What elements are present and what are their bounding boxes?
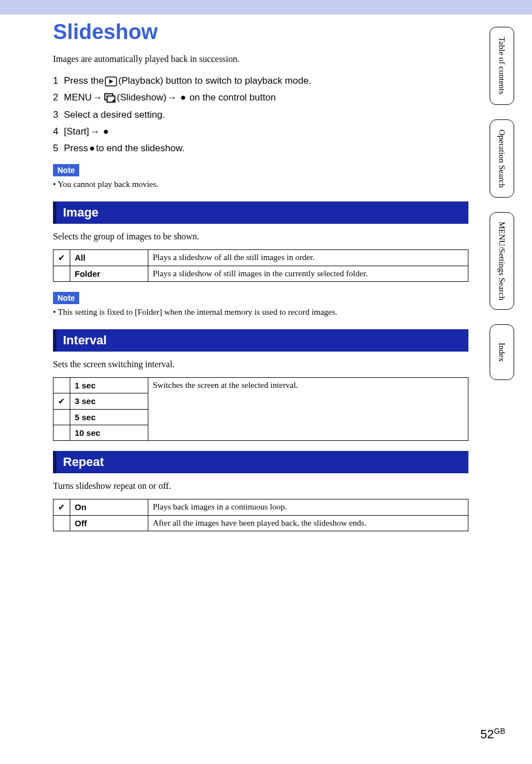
arrow-icon: → <box>167 92 177 103</box>
tab-index[interactable]: Index <box>490 324 514 380</box>
option-name: Folder <box>70 266 148 281</box>
check-cell: ✔ <box>54 393 70 409</box>
step-number: 3 <box>53 109 58 121</box>
table-row: ✔ All Plays a slideshow of all the still… <box>54 249 468 266</box>
tab-menu-settings[interactable]: MENU/Settings Search <box>490 212 514 310</box>
step-number: 5 <box>53 143 58 154</box>
tab-label: Operation Search <box>497 129 507 188</box>
step-2: 2 MENU → (Slideshow) → ● on the control … <box>53 92 468 104</box>
step-text: Select a desired setting. <box>64 109 165 121</box>
repeat-table: ✔ On Plays back images in a continuous l… <box>53 499 468 531</box>
step-4: 4 [Start] → ● <box>53 126 468 137</box>
dot-icon: ● <box>178 92 188 103</box>
dot-icon: ● <box>89 143 95 154</box>
page-number: 52GB <box>480 727 505 742</box>
option-name: 1 sec <box>70 377 148 393</box>
check-cell: ✔ <box>54 249 70 266</box>
table-row: 1 sec Switches the screen at the selecte… <box>54 377 468 393</box>
dot-icon: ● <box>101 126 109 137</box>
interval-table: 1 sec Switches the screen at the selecte… <box>53 377 468 441</box>
note-text: • This setting is fixed to [Folder] when… <box>53 307 468 317</box>
repeat-heading: Repeat <box>53 451 468 473</box>
step-number: 1 <box>53 75 58 87</box>
top-bar <box>0 0 532 15</box>
check-cell: ✔ <box>54 499 70 515</box>
page-num: 52 <box>480 727 494 741</box>
main-content: Slideshow Images are automatically playe… <box>0 15 468 531</box>
step-5: 5 Press ● to end the slideshow. <box>53 143 468 154</box>
image-heading: Image <box>53 201 468 224</box>
step-1: 1 Press the (Playback) button to switch … <box>53 75 468 87</box>
step-text: to end the slideshow. <box>96 143 185 154</box>
image-desc: Selects the group of images to be shown. <box>53 232 468 242</box>
slideshow-icon <box>104 92 116 104</box>
option-desc: Switches the screen at the selected inte… <box>148 377 468 440</box>
intro-text: Images are automatically played back in … <box>53 54 468 64</box>
option-desc: Plays a slideshow of still images in the… <box>148 266 468 281</box>
table-row: ✔ On Plays back images in a continuous l… <box>54 499 468 515</box>
step-number: 4 <box>53 126 58 137</box>
step-text: MENU <box>64 92 91 103</box>
tab-operation-search[interactable]: Operation Search <box>490 119 514 198</box>
option-desc: Plays back images in a continuous loop. <box>148 499 468 515</box>
interval-desc: Sets the screen switching interval. <box>53 359 468 369</box>
option-name: Off <box>70 515 148 531</box>
table-row: Folder Plays a slideshow of still images… <box>54 266 468 281</box>
interval-heading: Interval <box>53 329 468 352</box>
playback-icon <box>105 75 117 87</box>
tab-label: MENU/Settings Search <box>497 222 507 300</box>
side-tabs: Table of contents Operation Search MENU/… <box>490 27 514 395</box>
check-cell <box>54 266 70 281</box>
tab-label: Table of contents <box>497 37 507 94</box>
check-cell <box>54 515 70 531</box>
check-cell <box>54 409 70 425</box>
step-text: Press <box>64 143 88 154</box>
page-title: Slideshow <box>53 20 468 44</box>
note-label: Note <box>53 292 79 304</box>
steps-list: 1 Press the (Playback) button to switch … <box>53 75 468 154</box>
option-desc: After all the images have been played ba… <box>148 515 468 531</box>
page-suffix: GB <box>494 727 505 736</box>
image-table: ✔ All Plays a slideshow of all the still… <box>53 249 468 282</box>
note-label: Note <box>53 164 79 176</box>
step-number: 2 <box>53 92 58 103</box>
note-text: • You cannot play back movies. <box>53 180 468 189</box>
option-name: 3 sec <box>70 393 148 409</box>
check-cell <box>54 425 70 440</box>
table-row: Off After all the images have been playe… <box>54 515 468 531</box>
option-name: On <box>70 499 148 515</box>
arrow-icon: → <box>90 126 100 137</box>
repeat-desc: Turns slideshow repeat on or off. <box>53 481 468 491</box>
step-text: [Start] <box>64 126 89 137</box>
check-cell <box>54 377 70 393</box>
step-text: on the control button <box>190 92 276 103</box>
option-desc: Plays a slideshow of all the still image… <box>148 249 468 266</box>
option-name: All <box>70 249 148 266</box>
arrow-icon: → <box>93 92 103 103</box>
step-text: (Slideshow) <box>117 92 167 103</box>
tab-label: Index <box>497 343 507 362</box>
option-name: 5 sec <box>70 409 148 425</box>
step-3: 3 Select a desired setting. <box>53 109 468 121</box>
tab-table-of-contents[interactable]: Table of contents <box>490 27 514 105</box>
option-name: 10 sec <box>70 425 148 440</box>
step-text: (Playback) button to switch to playback … <box>118 75 311 87</box>
step-text: Press the <box>64 75 104 87</box>
